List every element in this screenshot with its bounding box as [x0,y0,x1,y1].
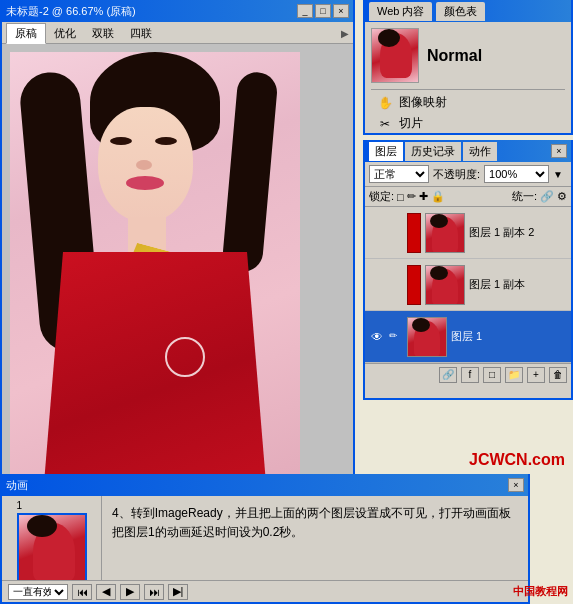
minimize-button[interactable]: _ [297,4,313,18]
layers-group-button[interactable]: 📁 [505,367,523,383]
tool-image-map-label: 图像映射 [399,94,447,111]
layers-controls: 正常 不透明度: 100% ▼ [365,162,571,187]
opacity-select[interactable]: 100% [484,165,549,183]
layer-eye-icon-3[interactable]: 👁 [369,329,385,345]
layers-mask-button[interactable]: □ [483,367,501,383]
main-title-bar: 未标题-2 @ 66.67% (原稿) _ □ × [2,0,353,22]
layer-eye-icon[interactable] [369,225,385,241]
layer-name-copy: 图层 1 副本 [469,277,567,292]
layers-new-button[interactable]: + [527,367,545,383]
tab-original[interactable]: 原稿 [6,23,46,44]
anim-title-bar: 动画 × [2,474,528,496]
thumb-hair-3 [412,318,430,332]
tool-slice-label: 切片 [399,115,423,132]
layer-eye-icon-2[interactable] [369,277,385,293]
lips [126,176,164,190]
tab-scroll-arrow[interactable]: ▶ [341,28,349,39]
anim-title: 动画 [6,478,28,493]
tab-dual[interactable]: 双联 [84,24,122,43]
web-panel-title-bar: Web 内容 颜色表 [365,0,571,22]
play-first-button[interactable]: ⏮ [72,584,92,600]
tab-layers[interactable]: 图层 [369,142,403,161]
tab-history[interactable]: 历史记录 [405,142,461,161]
close-button[interactable]: × [333,4,349,18]
blend-mode-select[interactable]: 正常 [369,165,429,183]
normal-label: Normal [427,47,482,65]
play-prev-button[interactable]: ◀ [96,584,116,600]
layers-title-bar: 图层 历史记录 动作 × [365,140,571,162]
layer-red-box [407,213,421,253]
frame-thumb-hair [27,515,57,537]
layer-item-copy2[interactable]: 图层 1 副本 2 [365,207,571,259]
eye-right [155,137,177,145]
thumb-hair-2 [430,266,448,280]
image-map-icon: ✋ [377,95,393,111]
layer-thumbnail-copy2 [425,213,465,253]
layer-name-copy2: 图层 1 副本 2 [469,225,567,240]
play-last-button[interactable]: ▶| [168,584,188,600]
frame-number: 1 [17,500,23,511]
maximize-button[interactable]: □ [315,4,331,18]
loop-select[interactable]: 一直有效 [8,584,68,600]
layer-item-base[interactable]: 👁 ✏ 图层 1 [365,311,571,363]
layer-item-copy[interactable]: 图层 1 副本 [365,259,571,311]
layers-link-button[interactable]: 🔗 [439,367,457,383]
layer-thumbnail-base [407,317,447,357]
eye-left [110,137,132,145]
layers-tabs: 图层 历史记录 动作 [369,142,497,161]
opacity-label: 不透明度: [433,167,480,182]
image-frame [10,52,300,517]
play-next-button[interactable]: ⏭ [144,584,164,600]
layers-footer: 🔗 f □ 📁 + 🗑 [365,363,571,385]
watermark-jcwcn: JCWCN.com [469,451,565,469]
frame-thumbnail [17,513,87,583]
tab-color-table[interactable]: 颜色表 [436,2,485,21]
anim-close-button[interactable]: × [508,478,524,492]
divider-1 [371,89,565,90]
tab-actions[interactable]: 动作 [463,142,497,161]
play-button[interactable]: ▶ [120,584,140,600]
lock-brush-icon: ✏ [407,190,416,203]
layer-name-base: 图层 1 [451,329,567,344]
tool-slice[interactable]: ✂ 切片 [371,113,565,134]
tool-image-map[interactable]: ✋ 图像映射 [371,92,565,113]
tabs-bar: 原稿 优化 双联 四联 ▶ [2,22,353,44]
web-panel-tabs: Web 内容 颜色表 [369,2,485,21]
lock-all-icon: 🔒 [431,190,445,203]
tab-web-content[interactable]: Web 内容 [369,2,432,21]
thumbnail-row: Normal [371,28,565,83]
unify-icon1: 🔗 [540,190,554,203]
lock-move-icon: ✚ [419,190,428,203]
thumb-hair [430,214,448,228]
tab-quad[interactable]: 四联 [122,24,160,43]
lock-label: 锁定: [369,189,394,204]
layer-brush-icon-2 [389,278,403,292]
web-panel: Web 内容 颜色表 Normal ✋ 图像映射 ✂ 切片 [363,0,573,135]
hair-right [221,71,278,274]
opacity-dropdown-icon[interactable]: ▼ [553,169,563,180]
unify-label: 统一: [512,189,537,204]
anim-controls-bar: 一直有效 ⏮ ◀ ▶ ⏭ ▶| [2,580,528,602]
unify-icon2: ⚙ [557,190,567,203]
watermark-text: 中国教程网 [513,584,568,599]
layers-panel-close[interactable]: × [551,144,567,158]
layers-panel: 图层 历史记录 动作 × 正常 不透明度: 100% ▼ 锁定: □ ✏ ✚ 🔒… [363,140,573,400]
preview-thumbnail [371,28,419,83]
animation-panel: 动画 × 1 0.2秒▼ 4、转到ImageReady，并且把上面的两个图层设置… [0,474,530,604]
layers-delete-button[interactable]: 🗑 [549,367,567,383]
layer-red-box-2 [407,265,421,305]
slice-icon: ✂ [377,116,393,132]
tab-optimized[interactable]: 优化 [46,24,84,43]
window-controls: _ □ × [297,4,349,18]
web-content-area: Normal ✋ 图像映射 ✂ 切片 [365,22,571,140]
circle-tool-indicator [165,337,205,377]
main-title: 未标题-2 @ 66.67% (原稿) [6,4,136,19]
layers-fx-button[interactable]: f [461,367,479,383]
lock-row: 锁定: □ ✏ ✚ 🔒 统一: 🔗 ⚙ [365,187,571,207]
layer-brush-icon-3: ✏ [389,330,403,344]
layer-thumbnail-copy [425,265,465,305]
layer-brush-icon [389,226,403,240]
lock-icon: □ [397,191,404,203]
painting [10,52,300,517]
thumb-hair [378,29,400,47]
